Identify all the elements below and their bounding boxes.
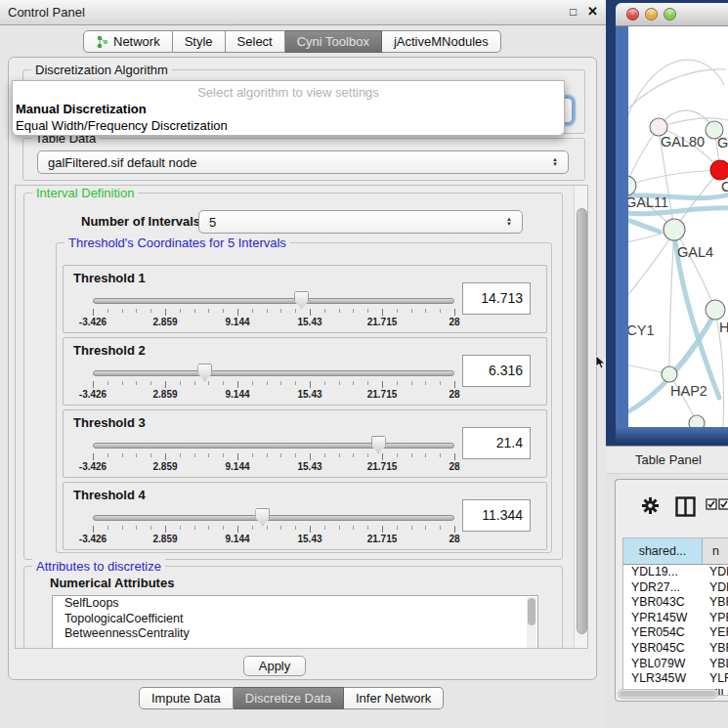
tab-impute-data[interactable]: Impute Data [139, 687, 234, 709]
tab-style[interactable]: Style [173, 30, 226, 53]
number-of-intervals-value: 5 [209, 215, 216, 230]
threshold-slider: -3.4262.8599.14415.4321.71528 [64, 434, 474, 477]
cell-shared-name: YPR145W [623, 611, 703, 626]
cell-name: YBL0 [703, 657, 728, 672]
horizontal-scrollbar[interactable] [618, 689, 718, 699]
float-window-icon[interactable]: □ [570, 5, 577, 19]
slider-tick [440, 526, 441, 530]
cell-shared-name: YER054C [623, 625, 703, 641]
zoom-traffic-light-icon[interactable] [664, 8, 676, 21]
slider-tick [324, 381, 325, 385]
vertical-scrollbar[interactable] [574, 186, 588, 648]
slider-tick [93, 526, 94, 533]
network-edge-thick[interactable] [628, 216, 660, 232]
slider-track[interactable] [93, 370, 454, 376]
tab-label: jActiveMNodules [394, 31, 489, 52]
gear-icon[interactable] [641, 496, 660, 519]
threshold-value-field[interactable]: 14.713 [462, 282, 531, 315]
attribute-list-item[interactable]: TopologicalCoefficient [53, 612, 537, 627]
table-row[interactable]: YDL19...YDL1 [623, 565, 728, 580]
tab-jactivemnodules[interactable]: jActiveMNodules [382, 30, 501, 53]
apply-button[interactable]: Apply [243, 656, 306, 676]
number-of-intervals-spinner[interactable]: 5 ▲▼ [198, 210, 523, 234]
slider-tick [252, 526, 253, 530]
tab-network[interactable]: Network [83, 30, 173, 53]
scrollbar-thumb[interactable] [577, 208, 587, 634]
numerical-attributes-label: Numerical Attributes [50, 576, 174, 590]
tab-infer-network[interactable]: Infer Network [344, 687, 444, 709]
table-panel: shared...n YDL19...YDL1YDR27...YDR2YBR04… [615, 479, 728, 702]
attribute-list-item[interactable]: SelfLoops [53, 596, 537, 612]
slider-tick [122, 309, 123, 313]
network-node[interactable] [689, 415, 705, 427]
tab-cyni-toolbox[interactable]: Cyni Toolbox [285, 30, 382, 53]
algorithm-dropdown-popup: Select algorithm to view settings Manual… [12, 80, 565, 136]
list-scrollbar[interactable] [527, 597, 536, 648]
table-row[interactable]: YBL079WYBL0 [623, 657, 728, 672]
tab-select[interactable]: Select [226, 30, 285, 53]
popup-option-equal-width-frequency[interactable]: Equal Width/Frequency Discretization [16, 118, 228, 133]
slider-thumb[interactable] [294, 291, 309, 309]
slider-tick [122, 453, 123, 457]
table-row[interactable]: YPR145WYPR1 [623, 611, 728, 626]
network-edge[interactable] [669, 374, 697, 423]
network-edge[interactable] [628, 232, 674, 311]
table-row[interactable]: YBR043CYBR0 [623, 595, 728, 611]
slider-tick [310, 309, 311, 316]
network-node-hap2[interactable] [662, 366, 677, 382]
scrollbar-thumb[interactable] [620, 691, 716, 697]
slider-tick [382, 453, 383, 460]
threshold-box-4: Threshold 4-3.4262.8599.14415.4321.71528… [63, 482, 547, 550]
minimize-traffic-light-icon[interactable] [645, 8, 658, 21]
popup-option-manual-discretization[interactable]: Manual Discretization [16, 102, 147, 116]
slider-track[interactable] [93, 298, 454, 304]
tab-discretize-data[interactable]: Discretize Data [234, 687, 344, 709]
slider-tick [367, 453, 368, 457]
split-columns-icon[interactable] [675, 496, 696, 521]
attribute-list-item[interactable]: BetweennessCentrality [53, 626, 537, 642]
close-icon[interactable]: ✕ [587, 4, 598, 19]
network-edge[interactable] [628, 170, 720, 186]
close-traffic-light-icon[interactable] [626, 8, 639, 21]
checkbox-icon[interactable] [718, 496, 728, 514]
network-window-titlebar [616, 3, 728, 26]
network-node-c[interactable] [710, 160, 728, 180]
table-data-combobox[interactable]: galFiltered.sif default node ▲▼ [37, 150, 569, 174]
table-row[interactable]: YDR27...YDR2 [623, 580, 728, 596]
threshold-slider: -3.4262.8599.14415.4321.71528 [64, 362, 474, 405]
popup-placeholder-item: Select algorithm to view settings [13, 85, 564, 100]
slider-tick [295, 453, 296, 457]
slider-tick [324, 526, 325, 530]
slider-tick-label: 2.859 [152, 461, 177, 472]
slider-tick [136, 309, 137, 313]
slider-tick-label: 21.715 [367, 461, 398, 472]
network-node-h[interactable] [706, 300, 725, 320]
combo-stepper-icon: ▲▼ [506, 217, 512, 227]
network-node-label: H [719, 320, 728, 335]
slider-thumb[interactable] [255, 508, 270, 526]
slider-track[interactable] [93, 443, 454, 449]
table-row[interactable]: YER054CYER0 [623, 625, 728, 641]
slider-tick-label: 15.43 [297, 317, 321, 327]
network-node-gal4[interactable] [664, 219, 685, 240]
column-header-shared-[interactable]: shared... [623, 538, 703, 564]
threshold-value-field[interactable]: 11.344 [462, 499, 531, 532]
network-canvas[interactable]: GAL80GACGAL11GAL4GCY1HHAP2 [628, 26, 728, 427]
slider-track[interactable] [93, 515, 454, 521]
slider-tick [122, 381, 123, 385]
network-edge[interactable] [669, 230, 674, 374]
table-row[interactable]: YLR345WYLR3 [623, 671, 728, 687]
scrollbar-thumb[interactable] [528, 598, 535, 625]
table-row[interactable]: YBR045CYBR0 [623, 641, 728, 657]
checkbox-icon[interactable] [706, 496, 717, 514]
network-node-label: C [721, 179, 728, 194]
column-header-n[interactable]: n [703, 538, 728, 564]
threshold-value-field[interactable]: 6.316 [462, 355, 531, 387]
slider-tick [295, 381, 296, 385]
threshold-value-field[interactable]: 21.4 [462, 427, 531, 459]
network-edge[interactable] [628, 127, 659, 186]
cell-shared-name: YDR27... [623, 580, 703, 596]
slider-thumb[interactable] [371, 436, 386, 453]
slider-thumb[interactable] [197, 364, 212, 381]
slider-tick-label: -3.426 [79, 389, 107, 400]
